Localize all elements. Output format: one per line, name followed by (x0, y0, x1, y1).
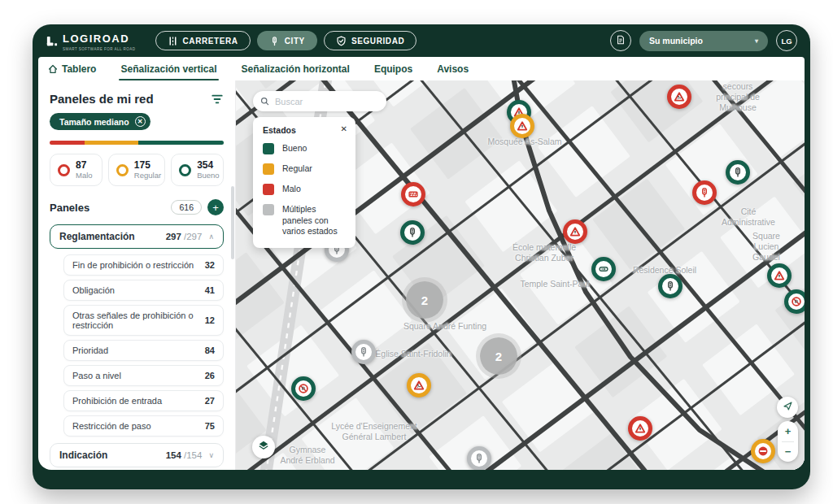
accordion-header[interactable]: Reglamentación 297 /297 ∧ (50, 224, 224, 249)
map-marker[interactable] (591, 257, 616, 281)
category-row[interactable]: Otras señales de prohibición o restricci… (63, 305, 224, 336)
map-marker[interactable] (351, 340, 376, 364)
category-row[interactable]: Prioridad 84 (63, 340, 224, 361)
brand-name: LOGIROAD (63, 33, 129, 45)
direction-panel-icon (598, 263, 609, 275)
module-button[interactable]: CARRETERA (155, 31, 251, 50)
home-icon (48, 64, 58, 74)
add-panel-button[interactable]: + (207, 199, 224, 215)
category-row[interactable]: Restricción de paso 75 (63, 415, 224, 437)
map-marker[interactable] (563, 219, 587, 244)
traffic-light-icon (665, 280, 676, 292)
content-area: Tablero Señalización vertical Señalizaci… (38, 57, 805, 470)
chevron-down-icon: ▾ (755, 37, 758, 45)
locate-button[interactable] (777, 397, 798, 418)
warning-triangle-icon (517, 120, 528, 132)
accordion-header[interactable]: Indicación 154 /154 ∨ (50, 443, 224, 467)
map-marker[interactable] (467, 446, 491, 470)
traffic-light-icon (473, 453, 485, 464)
module-button[interactable]: SEGURIDAD (324, 31, 416, 50)
sidebar-title: Paneles de mi red (50, 92, 154, 106)
category-row[interactable]: Paso a nivel 26 (63, 365, 224, 386)
map-marker[interactable] (401, 182, 425, 206)
close-icon[interactable]: ✕ (341, 124, 347, 133)
status-stats: 87 Malo 175 Regular (50, 154, 224, 186)
map-marker[interactable] (726, 160, 750, 185)
tab[interactable]: Señalización vertical (120, 57, 216, 80)
tab[interactable]: Equipos (374, 57, 412, 80)
layers-icon (258, 440, 269, 454)
legend-item: Regular (263, 163, 346, 175)
legend-panel: Estados ✕ Bueno Regular (253, 117, 355, 248)
no-entry-icon (757, 445, 769, 457)
map-marker[interactable] (291, 376, 316, 401)
tab[interactable]: Tablero (48, 57, 96, 80)
warning-triangle-icon (569, 226, 581, 237)
top-right-actions: Su municipio ▾ LG (610, 30, 797, 51)
progress-segment (138, 141, 224, 145)
category-row[interactable]: Prohibición de entrada 27 (63, 390, 224, 411)
user-avatar[interactable]: LG (776, 30, 797, 51)
legend-color-swatch (263, 184, 274, 195)
app-window: LOGIROAD SMART SOFTWARE FOR ALL ROAD CAR… (33, 24, 810, 489)
warning-triangle-icon (635, 423, 646, 434)
status-ring-icon (58, 164, 70, 176)
map-marker[interactable] (628, 416, 652, 441)
sidebar: Paneles de mi red Tamaño mediano ✕ (38, 80, 236, 470)
sidebar-scrollbar[interactable] (231, 186, 234, 259)
city-icon (269, 36, 280, 46)
filter-chip: Tamaño mediano ✕ (50, 113, 150, 130)
search-icon (260, 94, 269, 109)
map-marker[interactable] (400, 220, 425, 245)
layers-button[interactable] (252, 436, 275, 458)
status-ring-icon (116, 164, 129, 176)
marker-cluster[interactable]: 2 (406, 281, 443, 319)
category-row[interactable]: Fin de prohibición o restricción 32 (63, 254, 224, 276)
marker-cluster[interactable]: 2 (480, 337, 517, 375)
paneles-heading: Paneles (50, 202, 89, 214)
map-marker[interactable] (510, 114, 534, 138)
tab[interactable]: Avisos (437, 57, 469, 80)
map-marker[interactable] (658, 274, 683, 298)
map-search[interactable] (253, 91, 386, 111)
municipality-select[interactable]: Su municipio ▾ (639, 31, 768, 51)
progress-segment (50, 141, 85, 145)
close-icon[interactable]: ✕ (135, 116, 146, 127)
map-canvas[interactable]: Centre de secours principal de MulhouseM… (236, 80, 805, 470)
search-input[interactable] (275, 97, 379, 106)
category-row[interactable]: Obligación 41 (63, 280, 224, 301)
no-parking-icon (298, 383, 309, 394)
document-icon (616, 35, 626, 47)
map-marker[interactable] (751, 439, 775, 463)
status-progress-bar (50, 141, 224, 145)
legend-title: Estados (263, 125, 346, 135)
roadworks-icon (674, 91, 685, 102)
module-switcher: CARRETERA CITY SEGURIDAD (155, 31, 417, 50)
stat-card[interactable]: 175 Regular (108, 154, 165, 186)
zoom-controls: + − (778, 421, 798, 462)
top-bar: LOGIROAD SMART SOFTWARE FOR ALL ROAD CAR… (33, 24, 810, 57)
progress-segment (85, 141, 138, 145)
legend-item: Múltiples paneles con varios estados (263, 204, 346, 237)
road-icon (168, 36, 178, 46)
filter-icon[interactable] (211, 93, 224, 106)
stat-card[interactable]: 87 Malo (50, 154, 102, 186)
barrier-icon (408, 189, 419, 200)
zoom-in-button[interactable]: + (778, 421, 798, 441)
traffic-light-icon (407, 227, 418, 238)
map-marker[interactable] (692, 180, 717, 205)
brand-tagline: SMART SOFTWARE FOR ALL ROAD (63, 47, 136, 51)
stat-card[interactable]: 354 Bueno (171, 154, 224, 186)
report-button[interactable] (610, 30, 631, 51)
map-marker[interactable] (667, 85, 691, 109)
tab[interactable]: Señalización horizontal (242, 57, 350, 80)
logiroad-logo-icon (46, 35, 58, 47)
zoom-out-button[interactable]: − (778, 442, 798, 463)
chevron-icon: ∨ (208, 451, 214, 459)
map-marker[interactable] (784, 289, 805, 314)
map-marker[interactable] (407, 373, 431, 398)
chevron-icon: ∧ (208, 232, 214, 241)
module-button[interactable]: CITY (257, 31, 317, 50)
map-marker[interactable] (767, 263, 792, 288)
locate-icon (783, 400, 793, 415)
